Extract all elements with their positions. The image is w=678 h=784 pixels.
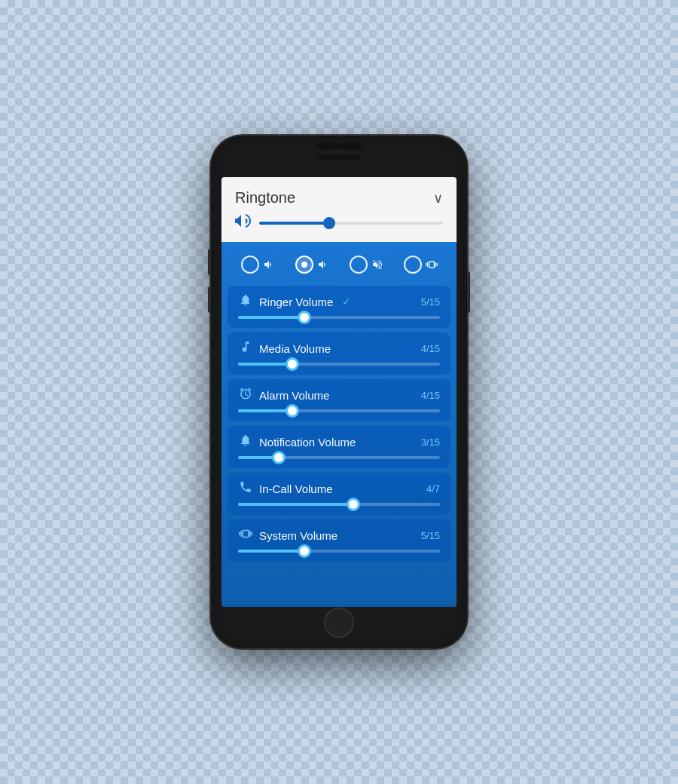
home-button[interactable] <box>324 608 354 638</box>
system-value: 5/15 <box>421 530 440 541</box>
mode-ring-circle <box>241 256 259 274</box>
ringtone-slider-thumb <box>323 217 335 229</box>
incall-icon <box>238 480 253 497</box>
alarm-slider[interactable] <box>238 409 440 412</box>
ringtone-title: Ringtone <box>235 189 295 207</box>
screen: Ringtone ∨ <box>221 177 457 607</box>
mode-dot <box>301 262 307 268</box>
system-volume-label: System Volume <box>259 529 337 542</box>
mode-row <box>228 250 450 280</box>
ringer-slider-fill <box>238 316 304 319</box>
media-slider-thumb <box>286 357 299 371</box>
volume-down-button[interactable] <box>208 286 211 313</box>
incall-slider-thumb <box>347 498 360 511</box>
incall-volume-card: In-Call Volume 4/7 <box>228 473 450 515</box>
media-slider-fill <box>238 363 292 366</box>
mode-silent[interactable] <box>350 256 383 274</box>
system-slider[interactable] <box>238 550 440 553</box>
mode-ring-active[interactable] <box>295 256 329 274</box>
ringtone-slider[interactable] <box>259 222 443 225</box>
screen-content: Ringtone ∨ <box>221 177 457 607</box>
incall-slider-fill <box>238 503 353 506</box>
chevron-down-icon[interactable]: ∨ <box>433 190 443 207</box>
media-volume-label: Media Volume <box>259 342 331 355</box>
media-icon <box>238 340 253 357</box>
notification-volume-card: Notification Volume 3/15 <box>228 426 450 468</box>
ringer-slider-thumb <box>298 311 311 324</box>
alarm-slider-thumb <box>286 404 299 418</box>
ring-active-icon <box>317 259 329 271</box>
notification-slider-thumb <box>272 451 286 464</box>
vibrate-icon <box>426 259 438 271</box>
speaker-icon <box>235 214 252 231</box>
system-volume-card: System Volume 5/15 <box>228 519 450 562</box>
ringer-icon <box>238 293 253 310</box>
speaker-grill <box>319 155 360 160</box>
mode-ring-active-circle <box>295 256 313 274</box>
silent-icon <box>371 259 383 271</box>
ringtone-header: Ringtone ∨ <box>235 189 443 207</box>
volume-up-button[interactable] <box>208 249 211 275</box>
ringtone-slider-row <box>235 214 443 231</box>
system-icon <box>238 527 253 544</box>
blue-area: Ringer Volume ✓ 5/15 <box>221 242 457 607</box>
incall-volume-label: In-Call Volume <box>259 482 333 495</box>
system-slider-fill <box>238 550 304 553</box>
ringer-value: 5/15 <box>421 296 440 308</box>
mode-vibrate-circle <box>404 256 422 274</box>
ringtone-section: Ringtone ∨ <box>221 177 457 242</box>
notch <box>316 143 362 149</box>
media-volume-card: Media Volume 4/15 <box>228 332 450 375</box>
phone-device: Ringtone ∨ <box>211 136 467 648</box>
alarm-icon <box>238 387 253 403</box>
ring-icon <box>263 259 275 271</box>
notification-slider[interactable] <box>238 456 440 459</box>
alarm-volume-card: Alarm Volume 4/15 <box>228 379 450 421</box>
ringtone-slider-fill <box>259 222 329 225</box>
incall-value: 4/7 <box>426 483 440 495</box>
mode-silent-circle <box>350 256 368 274</box>
system-slider-thumb <box>298 544 311 558</box>
media-value: 4/15 <box>421 343 440 354</box>
notification-value: 3/15 <box>421 436 440 448</box>
notification-volume-label: Notification Volume <box>259 436 356 449</box>
alarm-slider-fill <box>238 409 292 412</box>
incall-slider[interactable] <box>238 503 440 506</box>
ringer-volume-card: Ringer Volume ✓ 5/15 <box>228 286 450 328</box>
ringer-volume-label: Ringer Volume <box>259 296 333 308</box>
ringer-check: ✓ <box>342 296 351 308</box>
mode-vibrate[interactable] <box>404 256 438 274</box>
mode-ring[interactable] <box>241 256 275 274</box>
alarm-volume-label: Alarm Volume <box>259 389 329 402</box>
alarm-value: 4/15 <box>421 390 440 401</box>
notification-icon <box>238 433 253 450</box>
ringer-slider[interactable] <box>238 316 440 319</box>
media-slider[interactable] <box>238 363 440 366</box>
